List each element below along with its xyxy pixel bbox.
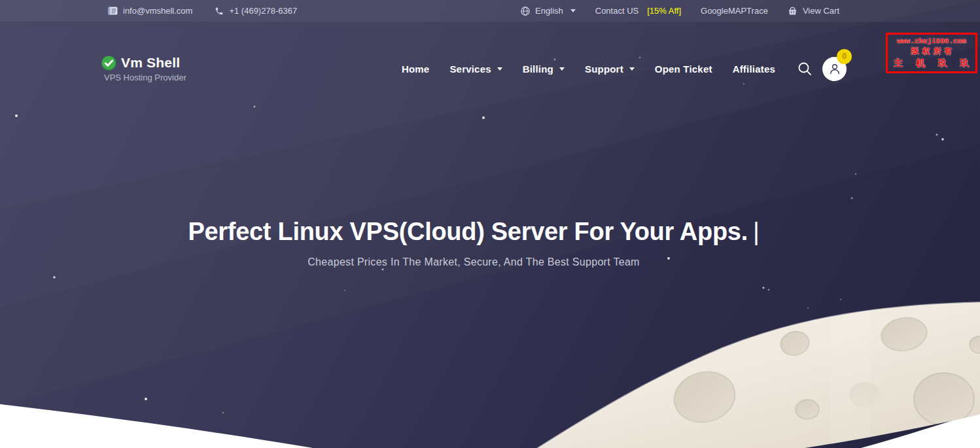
cart-count-badge: 0 [837,49,852,64]
hero-subtitle: Cheapest Prices In The Market, Secure, A… [0,256,947,268]
nav-label: Home [402,63,429,75]
view-cart-link[interactable]: View Cart [788,6,839,16]
google-map-trace-link[interactable]: GoogleMAPTrace [701,6,768,16]
email-text: info@vmshell.com [123,6,192,16]
contact-offer-label: [15% Aff] [647,6,681,16]
globe-icon [521,7,530,16]
vmshell-homepage: info@vmshell.com +1 (469)278-6367 Englis… [0,0,980,448]
watermark-copyright: 版权所有 [908,46,956,57]
brand-name: Vm Shell [121,55,180,71]
nav-item-open-ticket[interactable]: Open Ticket [655,63,712,75]
nav-label: Billing [523,63,553,75]
brand-check-icon [101,56,116,71]
nav-item-affiliates[interactable]: Affiliates [733,63,775,75]
nav-item-home[interactable]: Home [402,63,429,75]
nav-item-services[interactable]: Services [449,63,502,75]
phone-link[interactable]: +1 (469)278-6367 [215,6,297,16]
watermark-url: www.zhuji999.com [897,37,966,45]
google-map-trace-label: GoogleMAPTrace [701,6,768,16]
search-icon [797,61,812,76]
chevron-down-icon [497,67,502,71]
cart-icon [788,7,797,16]
language-selector[interactable]: English [521,6,576,16]
typing-cursor: | [753,218,760,245]
chevron-down-icon [570,9,576,12]
watermark-brand: 主 机 玖 玖 [888,58,975,69]
hero-title: Perfect Linux VPS(Cloud) Server For Your… [188,218,759,246]
nav-label: Support [585,63,623,75]
chevron-down-icon [629,67,635,71]
topbar-links-group: English Contact US[15% Aff] GoogleMAPTra… [521,6,839,16]
nav-item-billing[interactable]: Billing [523,63,565,75]
topbar: info@vmshell.com +1 (469)278-6367 Englis… [0,0,980,22]
logo[interactable]: Vm Shell VPS Hosting Provider [101,55,186,82]
user-icon [828,62,841,75]
email-icon [108,7,118,15]
nav-label: Services [449,63,491,75]
contact-us-link[interactable]: Contact US[15% Aff] [595,6,681,16]
hero-section: Perfect Linux VPS(Cloud) Server For Your… [0,218,947,268]
phone-text: +1 (469)278-6367 [229,6,297,16]
account-button[interactable]: 0 [822,57,847,81]
logo-row: Vm Shell [101,55,186,71]
language-label: English [535,6,563,16]
chevron-down-icon [559,67,565,71]
brand-tagline: VPS Hosting Provider [104,73,186,82]
moon-graphic [532,302,980,448]
nav-label: Affiliates [733,63,775,75]
search-button[interactable] [797,61,812,76]
main-header: Vm Shell VPS Hosting Provider Home Servi… [0,44,980,93]
main-nav: Home Services Billing Support Open Ticke… [402,63,775,75]
nav-item-support[interactable]: Support [585,63,635,75]
nav-label: Open Ticket [655,63,712,75]
topbar-contact-group: info@vmshell.com +1 (469)278-6367 [108,6,297,16]
hero-title-text: Perfect Linux VPS(Cloud) Server For Your… [188,218,747,245]
contact-us-label: Contact US [595,6,639,16]
view-cart-label: View Cart [803,6,839,16]
watermark-box: www.zhuji999.com 版权所有 主 机 玖 玖 [886,33,977,73]
email-link[interactable]: info@vmshell.com [108,6,192,16]
phone-icon [215,7,224,16]
